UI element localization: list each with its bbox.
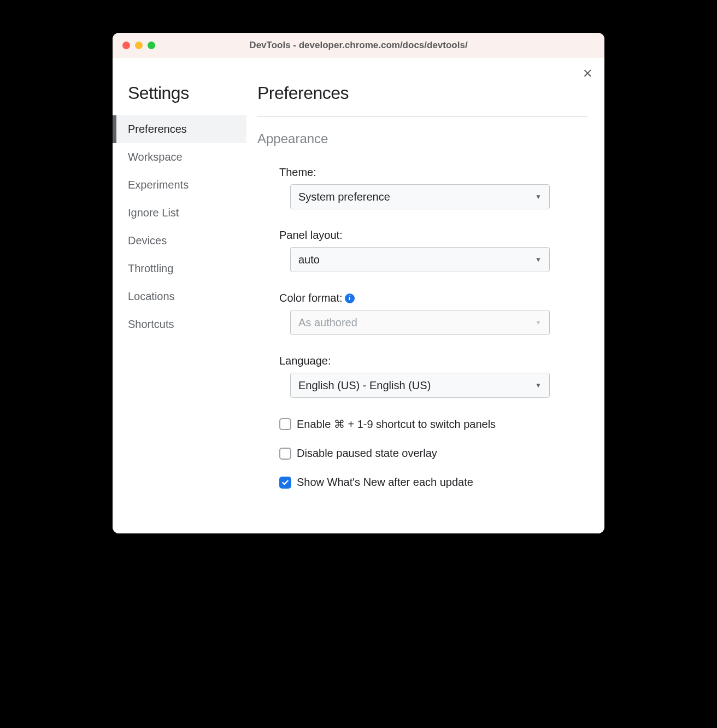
theme-label: Theme:	[279, 166, 588, 179]
section-title: Appearance	[257, 131, 588, 146]
sidebar-item-experiments[interactable]: Experiments	[113, 171, 246, 199]
sidebar-item-throttling[interactable]: Throttling	[113, 255, 246, 283]
sidebar-item-preferences[interactable]: Preferences	[113, 115, 246, 143]
checkbox[interactable]	[279, 418, 291, 430]
sidebar-item-label: Shortcuts	[128, 318, 174, 330]
sidebar-item-label: Workspace	[128, 151, 183, 163]
checkbox-label: Show What's New after each update	[297, 476, 473, 489]
sidebar-item-label: Ignore List	[128, 207, 179, 219]
theme-select-value: System preference	[298, 191, 390, 203]
checkbox[interactable]	[279, 477, 291, 489]
sidebar: Settings PreferencesWorkspaceExperiments…	[113, 58, 246, 533]
content-area: ✕ Settings PreferencesWorkspaceExperimen…	[113, 58, 604, 533]
language-label: Language:	[279, 355, 588, 367]
sidebar-item-label: Throttling	[128, 262, 173, 274]
devtools-window: DevTools - developer.chrome.com/docs/dev…	[113, 33, 604, 533]
chevron-down-icon: ▼	[535, 256, 542, 263]
language-select[interactable]: English (US) - English (US) ▼	[290, 373, 550, 398]
info-icon[interactable]: i	[345, 293, 355, 303]
sidebar-item-shortcuts[interactable]: Shortcuts	[113, 310, 246, 338]
titlebar: DevTools - developer.chrome.com/docs/dev…	[113, 33, 604, 58]
color-format-select: As authored ▼	[290, 310, 550, 335]
sidebar-item-ignore-list[interactable]: Ignore List	[113, 199, 246, 227]
panel-layout-select[interactable]: auto ▼	[290, 247, 550, 272]
theme-label-text: Theme:	[279, 166, 316, 179]
checkbox-row[interactable]: Enable ⌘ + 1-9 shortcut to switch panels	[279, 418, 588, 431]
color-format-select-value: As authored	[298, 316, 357, 329]
color-format-label-text: Color format:	[279, 292, 343, 304]
language-label-text: Language:	[279, 355, 331, 367]
panel-layout-label-text: Panel layout:	[279, 229, 343, 242]
checkbox-row[interactable]: Show What's New after each update	[279, 476, 588, 489]
chevron-down-icon: ▼	[535, 319, 542, 326]
color-format-label: Color format: i	[279, 292, 588, 304]
checkbox-label: Enable ⌘ + 1-9 shortcut to switch panels	[297, 418, 496, 431]
panel-layout-label: Panel layout:	[279, 229, 588, 242]
window-maximize-button[interactable]	[148, 42, 155, 49]
sidebar-item-devices[interactable]: Devices	[113, 227, 246, 255]
sidebar-item-label: Locations	[128, 290, 175, 302]
close-icon[interactable]: ✕	[583, 68, 592, 80]
chevron-down-icon: ▼	[535, 381, 542, 389]
sidebar-item-workspace[interactable]: Workspace	[113, 143, 246, 171]
checkbox-row[interactable]: Disable paused state overlay	[279, 447, 588, 460]
window-title: DevTools - developer.chrome.com/docs/dev…	[249, 40, 467, 51]
checkbox[interactable]	[279, 448, 291, 460]
sidebar-item-label: Experiments	[128, 179, 189, 191]
main-panel: Preferences Appearance Theme: System pre…	[246, 58, 604, 533]
theme-select[interactable]: System preference ▼	[290, 184, 550, 209]
settings-group: Theme: System preference ▼ Panel layout:…	[257, 166, 588, 489]
chevron-down-icon: ▼	[535, 193, 542, 201]
sidebar-title: Settings	[113, 83, 246, 115]
sidebar-item-label: Preferences	[128, 123, 187, 135]
page-title: Preferences	[257, 83, 588, 117]
panel-layout-select-value: auto	[298, 254, 320, 266]
window-minimize-button[interactable]	[135, 42, 143, 49]
window-close-button[interactable]	[122, 42, 130, 49]
checkbox-label: Disable paused state overlay	[297, 447, 437, 460]
language-select-value: English (US) - English (US)	[298, 379, 431, 392]
sidebar-item-locations[interactable]: Locations	[113, 283, 246, 310]
sidebar-item-label: Devices	[128, 234, 167, 246]
traffic-lights	[122, 42, 155, 49]
